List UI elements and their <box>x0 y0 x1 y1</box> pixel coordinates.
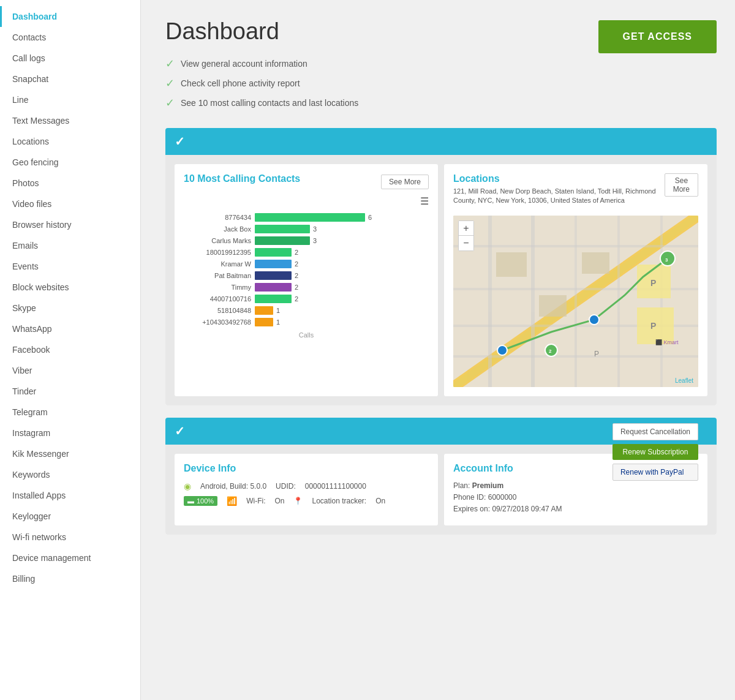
bar-label: 180019912395 <box>184 249 251 256</box>
calling-contacts-see-more[interactable]: See More <box>381 175 429 189</box>
udid-label: UDID: <box>276 482 296 491</box>
svg-text:⬛ Kmart: ⬛ Kmart <box>655 339 679 346</box>
sidebar-item-tinder[interactable]: Tinder <box>0 381 140 402</box>
bar-row: +104303492768 1 <box>184 318 429 326</box>
sidebar-item-emails[interactable]: Emails <box>0 235 140 256</box>
leaflet-label: Leaflet <box>675 377 693 384</box>
sidebar-item-installed-apps[interactable]: Installed Apps <box>0 485 140 506</box>
bar-fill <box>255 260 292 268</box>
sidebar-item-kik-messenger[interactable]: Kik Messenger <box>0 443 140 464</box>
paypal-button[interactable]: Renew with PayPal <box>612 464 698 481</box>
zoom-out-button[interactable]: − <box>459 236 473 250</box>
get-access-button[interactable]: GET ACCESS <box>598 20 717 53</box>
sidebar-item-keywords[interactable]: Keywords <box>0 464 140 485</box>
bar-wrap: 2 <box>255 271 429 280</box>
svg-text:P: P <box>594 350 599 358</box>
svg-rect-13 <box>539 295 567 317</box>
bar-label: Carlus Marks <box>184 237 251 244</box>
bar-wrap: 3 <box>255 236 429 245</box>
battery-indicator: ▬ 100% <box>184 496 217 506</box>
main-card-1: ✓ 10 Most Calling Contacts See More ☰ 87… <box>165 128 717 405</box>
location-label: Location tracker: <box>312 497 366 505</box>
sidebar-item-facebook[interactable]: Facebook <box>0 339 140 360</box>
wifi-icon: 📶 <box>227 496 237 506</box>
calling-contacts-panel: 10 Most Calling Contacts See More ☰ 8776… <box>175 164 438 396</box>
paypal-text: Renew with PayPal <box>620 468 684 476</box>
bar-value: 3 <box>313 225 317 233</box>
svg-text:P: P <box>650 278 656 288</box>
plan-value: Premium <box>472 481 503 490</box>
calling-contacts-title: 10 Most Calling Contacts <box>184 173 300 184</box>
location-tracker-icon: 📍 <box>293 497 303 505</box>
feature-text: View general account information <box>181 59 307 69</box>
sidebar: DashboardContactsCall logsSnapchatLineTe… <box>0 0 141 700</box>
sidebar-item-line[interactable]: Line <box>0 89 140 110</box>
locations-see-more[interactable]: See More <box>665 173 698 197</box>
sidebar-item-contacts[interactable]: Contacts <box>0 27 140 48</box>
sidebar-item-snapchat[interactable]: Snapchat <box>0 69 140 89</box>
bar-label: 44007100716 <box>184 295 251 303</box>
expires-row: Expires on: 09/27/2018 09:47 AM <box>453 505 562 513</box>
sidebar-item-video-files[interactable]: Video files <box>0 194 140 214</box>
sidebar-item-events[interactable]: Events <box>0 256 140 277</box>
cancel-button[interactable]: Request Cancellation <box>612 423 698 440</box>
bar-fill <box>255 248 292 257</box>
bar-label: 518104848 <box>184 307 251 314</box>
bar-wrap: 6 <box>255 213 429 222</box>
chart-menu-icon[interactable]: ☰ <box>184 195 429 207</box>
bar-label: Kramar W <box>184 260 251 268</box>
device-info-panel: Device Info ◉ Android, Build: 5.0.0 UDID… <box>175 454 438 525</box>
svg-text:3: 3 <box>665 257 668 263</box>
battery-value: 100% <box>197 497 214 505</box>
feature-item: ✓See 10 most calling contacts and last l… <box>165 96 598 110</box>
sidebar-item-billing[interactable]: Billing <box>0 568 140 589</box>
bar-value: 1 <box>276 307 280 314</box>
plan-row: Plan: Premium <box>453 481 562 490</box>
check-icon: ✓ <box>165 96 175 110</box>
bar-wrap: 1 <box>255 306 429 315</box>
sidebar-item-block-websites[interactable]: Block websites <box>0 277 140 298</box>
location-status: On <box>375 497 385 505</box>
card-header-1: ✓ <box>165 128 717 155</box>
bar-row: 180019912395 2 <box>184 248 429 257</box>
sidebar-item-dashboard[interactable]: Dashboard <box>0 6 140 27</box>
sidebar-item-geo-fencing[interactable]: Geo fencing <box>0 152 140 173</box>
sidebar-item-whatsapp[interactable]: WhatsApp <box>0 318 140 339</box>
udid-value: 000001111100000 <box>305 482 366 491</box>
sidebar-item-browser-history[interactable]: Browser history <box>0 214 140 235</box>
svg-point-20 <box>497 345 507 355</box>
bar-value: 2 <box>295 284 298 291</box>
main-content: Dashboard ✓View general account informat… <box>141 0 735 700</box>
sidebar-item-photos[interactable]: Photos <box>0 173 140 194</box>
feature-list: ✓View general account information✓Check … <box>165 57 598 116</box>
sidebar-item-skype[interactable]: Skype <box>0 298 140 318</box>
device-info-title: Device Info <box>184 463 429 474</box>
android-icon: ◉ <box>184 481 191 491</box>
sidebar-item-text-messages[interactable]: Text Messages <box>0 110 140 131</box>
zoom-in-button[interactable]: + <box>459 221 473 236</box>
sidebar-item-telegram[interactable]: Telegram <box>0 402 140 423</box>
sidebar-item-call-logs[interactable]: Call logs <box>0 48 140 69</box>
svg-rect-14 <box>582 252 609 274</box>
sidebar-item-viber[interactable]: Viber <box>0 360 140 381</box>
bar-fill <box>255 283 292 292</box>
wifi-label: Wi-Fi: <box>246 497 265 505</box>
phone-id-row: Phone ID: 6000000 <box>453 493 562 502</box>
feature-item: ✓View general account information <box>165 57 598 70</box>
expires-value: 09/27/2018 09:47 AM <box>492 505 562 513</box>
sidebar-item-instagram[interactable]: Instagram <box>0 423 140 443</box>
sidebar-item-wi-fi-networks[interactable]: Wi-fi networks <box>0 527 140 548</box>
bar-wrap: 2 <box>255 283 429 292</box>
bar-wrap: 2 <box>255 248 429 257</box>
bar-row: Carlus Marks 3 <box>184 236 429 245</box>
sidebar-item-keylogger[interactable]: Keylogger <box>0 506 140 527</box>
bar-fill <box>255 236 310 245</box>
sidebar-item-locations[interactable]: Locations <box>0 131 140 152</box>
renew-button[interactable]: Renew Subscription <box>612 444 698 460</box>
bar-row: Pat Baitman 2 <box>184 271 429 280</box>
sidebar-item-device-management[interactable]: Device management <box>0 548 140 568</box>
bar-fill <box>255 225 310 233</box>
locations-address: 121, Mill Road, New Dorp Beach, Staten I… <box>453 187 665 206</box>
bar-label: Jack Box <box>184 225 251 233</box>
check-icon: ✓ <box>165 57 175 70</box>
